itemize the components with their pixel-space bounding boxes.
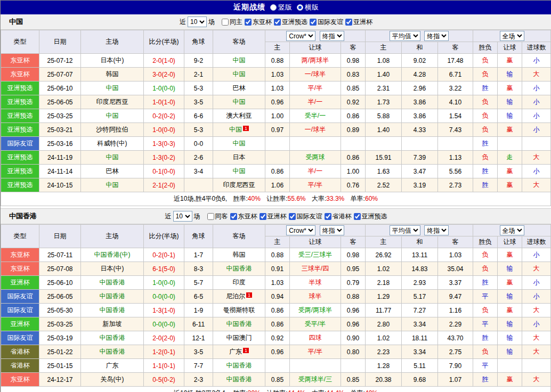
score: 2-0(1-0) [144, 54, 184, 68]
asia-time-select[interactable]: 终指 [320, 31, 344, 41]
score: 2-1(2-0) [144, 178, 184, 192]
score: 1-0(1-0) [144, 95, 184, 109]
match-date: 25-06-05 [39, 95, 81, 109]
match-date: 25-03-21 [39, 123, 81, 137]
home-team: 中国 [81, 109, 144, 123]
euro-company-select[interactable]: 平均值 [390, 31, 420, 41]
away-team: 中国澳门 [213, 331, 265, 345]
east-asia-cup-checkbox[interactable] [245, 19, 252, 26]
euro-draw-odds: 3.19 [402, 178, 438, 192]
vertical-radio-label[interactable]: 竖版 [278, 3, 292, 12]
score: 1-3(0-3) [144, 137, 184, 151]
filter-east-asia-cup[interactable]: 东亚杯 [244, 18, 272, 27]
scope-controls: 全场 [473, 30, 551, 42]
score: 0-0(0-0) [144, 317, 184, 331]
recent-count-select[interactable]: 10 [173, 211, 192, 222]
same-venue-label[interactable]: 同客 [215, 212, 228, 221]
east-asia-cup-label[interactable]: 东亚杯 [238, 212, 257, 221]
filter-international-friendly[interactable]: 国际友谊 [288, 212, 322, 221]
same-venue-checkbox[interactable] [222, 19, 229, 26]
asia-company-select[interactable]: Crow* [286, 225, 315, 235]
euro-time-select[interactable]: 终指 [424, 225, 449, 235]
score: 1-0(0-0) [144, 123, 184, 137]
filter-asia-qualifiers[interactable]: 亚洲预选 [273, 18, 307, 27]
match-date: 25-01-22 [39, 345, 81, 359]
layout-vertical-radio[interactable]: 竖版 [270, 3, 292, 12]
filter-east-asia-cup[interactable]: 东亚杯 [229, 212, 257, 221]
euro-time-select[interactable]: 终指 [424, 31, 449, 41]
match-type-badge: 亚洲预选 [1, 95, 39, 109]
euro-away-odds: 7.43 [438, 123, 473, 137]
asia-qualifiers-label[interactable]: 亚洲预选 [362, 212, 387, 221]
recent-count-select[interactable]: 10 [188, 17, 207, 27]
asian-cup-label[interactable]: 亚洲杯 [353, 18, 372, 27]
same-venue-filter[interactable]: 同主 [221, 18, 242, 27]
international-friendly-checkbox[interactable] [289, 213, 296, 220]
asia-home-odds: 0.88 [265, 248, 290, 262]
international-friendly-checkbox[interactable] [310, 19, 317, 26]
corners: 1-9 [184, 304, 213, 317]
win-loss-result: 胜 [473, 373, 498, 387]
euro-draw-odds: 7.27 [402, 304, 438, 317]
same-venue-filter[interactable]: 同客 [206, 212, 228, 221]
score: 1-3(0-2) [144, 151, 184, 165]
asian-cup-checkbox[interactable] [345, 19, 352, 26]
home-team: 关岛(中) [81, 373, 144, 387]
handicap-result [498, 137, 522, 151]
euro-away-odds: 5.56 [438, 165, 473, 178]
asian-cup-checkbox[interactable] [260, 213, 266, 220]
home-team: 印度尼西亚 [81, 95, 144, 109]
asia-qualifiers-label[interactable]: 亚洲预选 [282, 18, 307, 27]
vertical-radio-icon[interactable] [270, 4, 277, 11]
filter-asia-qualifiers[interactable]: 亚洲预选 [353, 212, 387, 221]
panel-title: 近期战绩 [233, 3, 265, 12]
match-date: 25-06-10 [39, 81, 81, 95]
match-type-badge: 亚洲杯 [1, 276, 39, 290]
horizontal-radio-label[interactable]: 横版 [305, 3, 319, 12]
euro-away-odds: 3.37 [438, 276, 473, 290]
handicap-result: 赢 [498, 304, 522, 317]
filter-asian-cup[interactable]: 亚洲杯 [344, 18, 372, 27]
handicap-result: 输 [498, 68, 522, 81]
goals-result: 大 [522, 178, 551, 192]
scope-select[interactable]: 全场 [500, 31, 524, 41]
scope-select[interactable]: 全场 [500, 225, 524, 235]
match-row: 国际友谊 25-05-30 中国香港 1-3(1-0) 1-9 曼彻斯特联 0.… [1, 304, 551, 317]
filter-international-friendly[interactable]: 国际友谊 [309, 18, 343, 27]
east-asia-cup-label[interactable]: 东亚杯 [253, 18, 272, 27]
asia-company-select[interactable]: Crow* [286, 31, 315, 41]
euro-company-select[interactable]: 平均值 [390, 225, 420, 235]
same-venue-label[interactable]: 同主 [230, 18, 242, 27]
col-home: 主场 [81, 30, 144, 54]
same-venue-checkbox[interactable] [207, 213, 214, 220]
east-asia-cup-checkbox[interactable] [230, 213, 237, 220]
filter-province-hk-cup[interactable]: 省港杯 [323, 212, 352, 221]
score: 6-1(5-0) [144, 262, 184, 276]
international-friendly-label[interactable]: 国际友谊 [297, 212, 322, 221]
col-asia-handicap: 让球 [290, 42, 341, 54]
asia-home-odds: 0.86 [265, 317, 290, 331]
international-friendly-label[interactable]: 国际友谊 [318, 18, 343, 27]
filter-asian-cup[interactable]: 亚洲杯 [258, 212, 287, 221]
asian-cup-label[interactable]: 亚洲杯 [268, 212, 287, 221]
asia-handicap: 受平/半 [290, 317, 341, 331]
asia-qualifiers-checkbox[interactable] [354, 213, 361, 220]
province-hk-cup-checkbox[interactable] [325, 213, 331, 220]
asia-away-odds: 0.76 [341, 178, 366, 192]
away-team: 曼彻斯特联 [213, 304, 265, 317]
away-team: 印度尼西亚 [213, 178, 265, 192]
horizontal-radio-icon[interactable] [297, 4, 303, 11]
layout-horizontal-radio[interactable]: 横版 [297, 3, 319, 12]
summary-cell: 近10场,胜4平0负6, 胜率:40% 让胜率:55.6% 大率:33.3% 单… [1, 192, 551, 206]
province-hk-cup-label[interactable]: 省港杯 [333, 212, 352, 221]
away-team: 中国香港 [213, 262, 265, 276]
win-loss-result: 胜 [473, 331, 498, 345]
col-corner: 角球 [184, 225, 213, 248]
asia-handicap: 两/两球半 [290, 54, 341, 68]
asia-time-select[interactable]: 终指 [320, 225, 344, 235]
col-asia-handicap: 让球 [290, 236, 341, 248]
match-row: 东亚杯 25-07-11 中国香港(中) 0-2(0-1) 1-7 韩国 0.8… [1, 248, 551, 262]
asia-qualifiers-checkbox[interactable] [274, 19, 281, 26]
red-card-badge: 1 [246, 292, 252, 298]
corners: 12-1 [184, 331, 213, 345]
